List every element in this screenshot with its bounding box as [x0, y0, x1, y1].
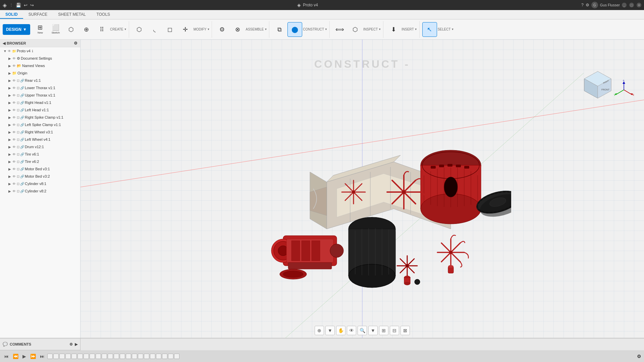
- comp-expander-10[interactable]: ▶: [7, 152, 12, 157]
- save-btn[interactable]: 💾: [16, 3, 21, 8]
- comp-expander-8[interactable]: ▶: [7, 137, 12, 142]
- tree-origin[interactable]: ▶ 📁 Origin: [0, 69, 80, 77]
- comp-expander-6[interactable]: ▶: [7, 122, 12, 127]
- eye-icon-comp-12[interactable]: 👁: [12, 167, 16, 171]
- tree-component-11[interactable]: ▶ 👁 ⊡ 🔗 Tire v6:2: [0, 158, 80, 165]
- tab-solid[interactable]: SOLID: [0, 11, 23, 19]
- timeline-item-1[interactable]: [53, 354, 59, 359]
- lock-icon-14[interactable]: 🔗: [20, 182, 24, 186]
- eye-icon-comp-2[interactable]: 👁: [12, 94, 16, 97]
- view-cube[interactable]: FRONT RIGHT: [583, 70, 613, 100]
- orbit-dropdown[interactable]: ▼: [325, 326, 335, 335]
- eye-icon-comp-9[interactable]: 👁: [12, 145, 16, 149]
- insert-btn[interactable]: ⬇: [386, 22, 401, 37]
- timeline-item-0[interactable]: [47, 354, 53, 359]
- tl-go-end[interactable]: ⏭: [39, 353, 46, 360]
- browser-settings-icon[interactable]: ⚙: [74, 41, 77, 46]
- timeline-item-19[interactable]: [162, 354, 167, 359]
- comp-expander-4[interactable]: ▶: [7, 108, 12, 112]
- create-label[interactable]: CREATE▼: [110, 27, 127, 31]
- tree-component-3[interactable]: ▶ 👁 ⊡ 🔗 Right Head v1:1: [0, 99, 80, 106]
- tl-go-start[interactable]: ⏮: [3, 353, 10, 360]
- comp-expander-0[interactable]: ▶: [7, 78, 12, 83]
- tree-root[interactable]: ▼ 👁 📁 Proto v4 ℹ: [0, 47, 80, 55]
- file-menu[interactable]: ⋮: [9, 3, 13, 7]
- lock-icon-10[interactable]: 🔗: [20, 153, 24, 156]
- vis-icon-6[interactable]: ⊡: [17, 123, 19, 127]
- lock-icon-8[interactable]: 🔗: [20, 138, 24, 141]
- timeline-item-6[interactable]: [84, 354, 89, 359]
- vis-icon-0[interactable]: ⊡: [17, 79, 19, 82]
- tree-component-0[interactable]: ▶ 👁 ⊡ 🔗 Rear v1:1: [0, 77, 80, 84]
- lock-icon-0[interactable]: 🔗: [20, 79, 24, 82]
- vis-icon-5[interactable]: ⊡: [17, 116, 19, 119]
- plane-along-path-btn[interactable]: ⬤: [287, 22, 302, 37]
- lock-icon-4[interactable]: 🔗: [20, 108, 24, 112]
- tree-component-9[interactable]: ▶ 👁 ⊡ 🔗 Drum v12:1: [0, 143, 80, 150]
- inspect-label[interactable]: INSPECT▼: [363, 27, 381, 31]
- tree-component-2[interactable]: ▶ 👁 ⊡ 🔗 Upper Thorax v1:1: [0, 92, 80, 99]
- vis-icon-3[interactable]: ⊡: [17, 101, 19, 105]
- lock-icon-6[interactable]: 🔗: [20, 123, 24, 127]
- eye-icon-comp-13[interactable]: 👁: [12, 175, 16, 178]
- lock-icon-2[interactable]: 🔗: [20, 94, 24, 97]
- timeline-item-15[interactable]: [138, 354, 143, 359]
- lock-icon-12[interactable]: 🔗: [20, 167, 24, 171]
- vis-icon-9[interactable]: ⊡: [17, 145, 19, 149]
- lock-icon-3[interactable]: 🔗: [20, 101, 24, 105]
- minimize-button[interactable]: _: [622, 3, 627, 7]
- zoom-dropdown[interactable]: ▼: [368, 326, 378, 335]
- vis-icon-2[interactable]: ⊡: [17, 94, 19, 97]
- lock-icon-11[interactable]: 🔗: [20, 160, 24, 164]
- user-avatar[interactable]: G: [591, 2, 598, 8]
- create-form-btn[interactable]: ⬡: [64, 22, 78, 37]
- comp-expander-2[interactable]: ▶: [7, 93, 12, 98]
- tree-component-4[interactable]: ▶ 👁 ⊡ 🔗 Left Head v1:1: [0, 106, 80, 114]
- timeline-item-9[interactable]: [102, 354, 107, 359]
- visual-style-btn[interactable]: ⊠: [400, 326, 410, 335]
- browser-collapse-icon[interactable]: ◀: [3, 41, 5, 46]
- vis-icon-13[interactable]: ⊡: [17, 175, 19, 178]
- create-sketch-btn[interactable]: ⬜Sketch: [48, 22, 63, 37]
- viewport[interactable]: CONSTRUCT -: [80, 40, 644, 338]
- timeline-item-14[interactable]: [132, 354, 137, 359]
- root-info-icon[interactable]: ℹ: [32, 49, 33, 53]
- tree-component-15[interactable]: ▶ 👁 ⊡ 🔗 Cylinder v8:2: [0, 187, 80, 195]
- vis-icon-1[interactable]: ⊡: [17, 86, 19, 90]
- tl-prev[interactable]: ⏪: [11, 353, 20, 360]
- vis-icon-4[interactable]: ⊡: [17, 108, 19, 112]
- look-btn[interactable]: 👁: [347, 326, 356, 335]
- tree-component-14[interactable]: ▶ 👁 ⊡ 🔗 Cylinder v8:1: [0, 180, 80, 187]
- pan-btn[interactable]: ✋: [336, 326, 345, 335]
- tl-settings[interactable]: ⚙: [637, 354, 641, 359]
- grid-btn[interactable]: ⊟: [390, 326, 399, 335]
- vis-icon-15[interactable]: ⊡: [17, 189, 19, 193]
- tab-sheet-metal[interactable]: SHEET METAL: [53, 11, 91, 19]
- close-button[interactable]: ✕: [637, 3, 641, 7]
- vis-icon-11[interactable]: ⊡: [17, 160, 19, 164]
- timeline-item-12[interactable]: [120, 354, 125, 359]
- tl-play[interactable]: ▶: [21, 353, 28, 360]
- assemble-label[interactable]: ASSEMBLE▼: [246, 27, 267, 31]
- timeline-item-11[interactable]: [114, 354, 119, 359]
- new-component-btn[interactable]: ⊞New: [33, 22, 48, 37]
- eye-icon[interactable]: 👁: [7, 49, 11, 53]
- eye-icon-comp-1[interactable]: 👁: [12, 86, 16, 90]
- tree-component-1[interactable]: ▶ 👁 ⊡ 🔗 Lower Thorax v1:1: [0, 84, 80, 92]
- tab-tools[interactable]: TOOLS: [91, 11, 115, 19]
- vis-icon-14[interactable]: ⊡: [17, 182, 19, 186]
- vis-icon-12[interactable]: ⊡: [17, 167, 19, 171]
- tree-named-views[interactable]: ▶ 👁 📂 Named Views: [0, 62, 80, 69]
- timeline-item-3[interactable]: [65, 354, 71, 359]
- named-views-expander[interactable]: ▶: [7, 63, 12, 68]
- shell-btn[interactable]: ◻: [163, 22, 177, 37]
- origin-expander[interactable]: ▶: [7, 71, 12, 75]
- timeline-item-13[interactable]: [126, 354, 131, 359]
- undo-btn[interactable]: ↩: [24, 3, 28, 8]
- vis-icon-8[interactable]: ⊡: [17, 138, 19, 141]
- tree-component-7[interactable]: ▶ 👁 ⊡ 🔗 Right Wheel v3:1: [0, 128, 80, 136]
- eye-icon-comp-15[interactable]: 👁: [12, 189, 16, 193]
- eye-icon-comp-8[interactable]: 👁: [12, 138, 16, 141]
- comments-expand[interactable]: ▶: [75, 342, 77, 347]
- comp-expander-12[interactable]: ▶: [7, 167, 12, 171]
